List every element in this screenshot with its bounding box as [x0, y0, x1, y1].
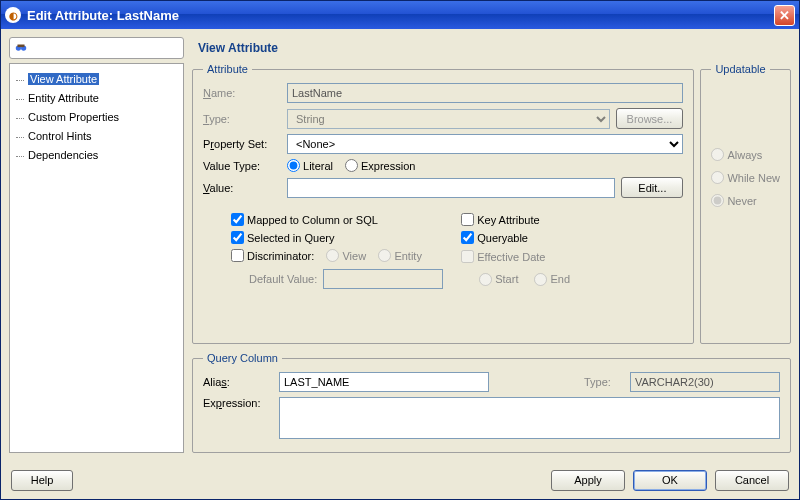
- alias-field[interactable]: [279, 372, 489, 392]
- radio-updatable-whilenew: While New: [711, 171, 780, 184]
- attribute-legend: Attribute: [203, 63, 252, 75]
- close-button[interactable]: ✕: [774, 5, 795, 26]
- checkbox-grid: Mapped to Column or SQL Key Attribute Se…: [203, 213, 683, 289]
- expression-label: Expression:: [203, 397, 273, 409]
- row-value-type: Value Type: Literal Expression: [203, 159, 683, 172]
- binoculars-icon: [14, 41, 28, 55]
- expression-field[interactable]: [279, 397, 780, 439]
- top-row: Attribute Name: Type: String Browse... P…: [192, 63, 791, 344]
- browse-button: Browse...: [616, 108, 684, 129]
- cb-discriminator[interactable]: Discriminator:: [231, 249, 314, 262]
- app-icon: ◐: [5, 7, 21, 23]
- nav-pane: View Attribute Entity Attribute Custom P…: [9, 37, 184, 453]
- name-field: [287, 83, 683, 103]
- radio-literal[interactable]: Literal: [287, 159, 333, 172]
- query-type-field: [630, 372, 780, 392]
- tree-item-control-hints[interactable]: Control Hints: [14, 127, 179, 146]
- query-column-legend: Query Column: [203, 352, 282, 364]
- property-set-select[interactable]: <None>: [287, 134, 683, 154]
- value-field[interactable]: [287, 178, 615, 198]
- name-label: Name:: [203, 87, 281, 99]
- radio-discr-entity: Entity: [378, 249, 422, 262]
- dialog-window: ◐ Edit Attribute: LastName ✕ View Attrib…: [0, 0, 800, 500]
- value-type-radios: Literal Expression: [287, 159, 415, 172]
- default-value-field: [323, 269, 443, 289]
- row-default-value: Default Value:: [231, 269, 453, 289]
- cb-mapped[interactable]: Mapped to Column or SQL: [231, 213, 453, 226]
- tree-item-entity-attribute[interactable]: Entity Attribute: [14, 89, 179, 108]
- row-property-set: Property Set: <None>: [203, 134, 683, 154]
- titlebar: ◐ Edit Attribute: LastName ✕: [1, 1, 799, 29]
- type-label: Type:: [203, 113, 281, 125]
- radio-updatable-always: Always: [711, 148, 780, 161]
- type-select: String: [287, 109, 610, 129]
- cb-queryable[interactable]: Queryable: [461, 231, 683, 244]
- radio-discr-view: View: [326, 249, 366, 262]
- updatable-group: Updatable Always While New Never: [700, 63, 791, 344]
- radio-eff-start: Start: [479, 273, 518, 286]
- attribute-group: Attribute Name: Type: String Browse... P…: [192, 63, 694, 344]
- updatable-legend: Updatable: [711, 63, 769, 75]
- apply-button[interactable]: Apply: [551, 470, 625, 491]
- window-title: Edit Attribute: LastName: [27, 8, 774, 23]
- content-pane: View Attribute Attribute Name: Type: Str…: [192, 37, 791, 453]
- alias-label: Alias:: [203, 376, 273, 388]
- row-value: Value: Edit...: [203, 177, 683, 198]
- tree-item-custom-properties[interactable]: Custom Properties: [14, 108, 179, 127]
- close-icon: ✕: [779, 8, 790, 23]
- row-alias: Alias: Type:: [203, 372, 780, 392]
- cb-selected-in-query[interactable]: Selected in Query: [231, 231, 453, 244]
- cb-effective-date: Effective Date: [461, 249, 683, 264]
- help-button[interactable]: Help: [11, 470, 73, 491]
- property-set-label: Property Set:: [203, 138, 281, 150]
- default-value-label: Default Value:: [249, 273, 317, 285]
- radio-updatable-never: Never: [711, 194, 780, 207]
- tree-item-view-attribute[interactable]: View Attribute: [14, 70, 179, 89]
- nav-search-bar[interactable]: [9, 37, 184, 59]
- radio-eff-end: End: [534, 273, 570, 286]
- page-title: View Attribute: [192, 37, 791, 63]
- svg-rect-2: [18, 45, 25, 48]
- radio-expression[interactable]: Expression: [345, 159, 415, 172]
- row-start-end: Start End: [461, 269, 683, 289]
- cb-key-attribute[interactable]: Key Attribute: [461, 213, 683, 226]
- edit-value-button[interactable]: Edit...: [621, 177, 683, 198]
- row-expression: Expression:: [203, 397, 780, 439]
- tree-item-dependencies[interactable]: Dependencies: [14, 146, 179, 165]
- row-type: Type: String Browse...: [203, 108, 683, 129]
- ok-button[interactable]: OK: [633, 470, 707, 491]
- value-label: Value:: [203, 182, 281, 194]
- dialog-body: View Attribute Entity Attribute Custom P…: [1, 29, 799, 461]
- cancel-button[interactable]: Cancel: [715, 470, 789, 491]
- query-type-label: Type:: [584, 376, 624, 388]
- query-column-group: Query Column Alias: Type: Expression:: [192, 352, 791, 453]
- value-type-label: Value Type:: [203, 160, 281, 172]
- cb-discriminator-row: Discriminator: View Entity: [231, 249, 453, 264]
- dialog-footer: Help Apply OK Cancel: [1, 461, 799, 499]
- nav-tree: View Attribute Entity Attribute Custom P…: [9, 63, 184, 453]
- row-name: Name:: [203, 83, 683, 103]
